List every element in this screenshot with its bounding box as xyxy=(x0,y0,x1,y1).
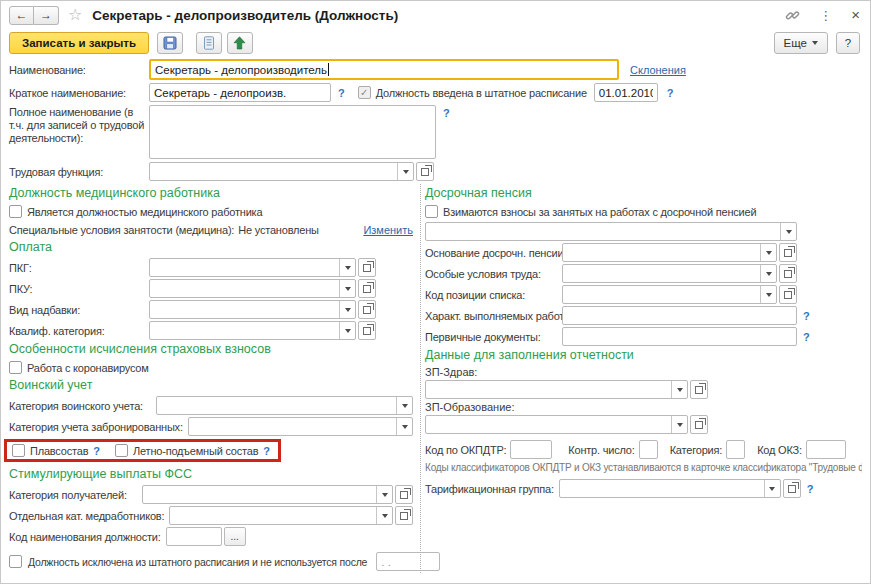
section-fss-title: Стимулирующие выплаты ФСС xyxy=(9,467,413,482)
tariff-group-combo[interactable] xyxy=(559,479,781,498)
okpdtr-input[interactable] xyxy=(510,440,552,459)
flight-staff-help-icon[interactable]: ? xyxy=(263,445,270,457)
dropdown-arrow-icon[interactable] xyxy=(760,244,776,261)
dropdown-arrow-icon[interactable] xyxy=(671,381,687,398)
dropdown-arrow-icon[interactable] xyxy=(396,418,412,435)
short-name-help-icon[interactable]: ? xyxy=(338,87,345,99)
special-labor-combo[interactable] xyxy=(562,264,777,283)
category-input[interactable] xyxy=(726,440,745,459)
recipients-combo[interactable] xyxy=(142,485,393,504)
work-nature-help-icon[interactable]: ? xyxy=(803,310,810,322)
excluded-checkbox[interactable] xyxy=(9,555,22,568)
okz-input[interactable] xyxy=(806,440,846,459)
primary-docs-input[interactable] xyxy=(562,327,797,346)
favorite-star-icon[interactable]: ☆ xyxy=(68,7,82,23)
pension-basis-combo[interactable] xyxy=(562,243,777,262)
dropdown-arrow-icon[interactable] xyxy=(376,507,392,524)
dropdown-arrow-icon[interactable] xyxy=(780,223,796,240)
back-button[interactable]: ← xyxy=(9,6,34,25)
full-name-textarea[interactable] xyxy=(149,105,436,159)
declension-link[interactable]: Склонения xyxy=(630,64,686,76)
pkg-combo[interactable] xyxy=(149,258,356,277)
dropdown-arrow-icon[interactable] xyxy=(339,322,355,339)
position-code-select-button[interactable]: ... xyxy=(224,527,246,546)
get-link-icon[interactable] xyxy=(785,8,800,23)
reserved-category-label: Категория учета забронированных: xyxy=(9,421,183,433)
full-name-row: Полное наименование (в т.ч. для записей … xyxy=(9,105,862,159)
covid-checkbox[interactable] xyxy=(9,361,22,374)
highlight-red-box: Плавсостав ? Летно-подъемный состав ? xyxy=(4,439,281,462)
save-and-close-button[interactable]: Записать и закрыть xyxy=(9,32,149,54)
labor-function-combo[interactable] xyxy=(149,162,414,181)
military-category-combo[interactable] xyxy=(156,396,413,415)
dropdown-arrow-icon[interactable] xyxy=(376,486,392,503)
qual-category-open-button[interactable] xyxy=(358,321,376,340)
pension-contrib-row: Взимаются взносы за занятых на работах с… xyxy=(425,204,862,219)
dropdown-arrow-icon[interactable] xyxy=(339,301,355,318)
zp-obrazovanie-open-button[interactable] xyxy=(690,415,708,434)
recipients-open-button[interactable] xyxy=(395,485,413,504)
medworkers-open-button[interactable] xyxy=(395,506,413,525)
pku-open-button[interactable] xyxy=(358,279,376,298)
pension-basis-open-button[interactable] xyxy=(779,243,797,262)
change-link[interactable]: Изменить xyxy=(363,224,413,236)
short-name-input[interactable] xyxy=(149,83,331,102)
okz-label: Код ОКЗ: xyxy=(757,444,802,456)
allowance-open-button[interactable] xyxy=(358,300,376,319)
float-staff-checkbox[interactable] xyxy=(12,444,25,457)
allowance-combo[interactable] xyxy=(149,300,356,319)
is-medical-checkbox[interactable] xyxy=(9,205,22,218)
flight-staff-checkbox[interactable] xyxy=(115,444,128,457)
list-code-combo[interactable] xyxy=(562,285,777,304)
save-button[interactable] xyxy=(157,32,183,54)
pension-contrib-checkbox[interactable] xyxy=(425,205,438,218)
pension-wide-combo[interactable] xyxy=(425,222,797,241)
medworkers-combo[interactable] xyxy=(169,506,393,525)
pkg-open-button[interactable] xyxy=(358,258,376,277)
form-columns: Должность медицинского работника Являетс… xyxy=(9,184,862,573)
reserved-category-combo[interactable] xyxy=(188,417,413,436)
zp-obrazovanie-combo[interactable] xyxy=(425,415,688,434)
zp-zdrav-open-button[interactable] xyxy=(690,380,708,399)
open-icon xyxy=(788,485,796,493)
full-name-help-icon[interactable]: ? xyxy=(443,107,450,119)
allowance-label: Вид надбавки: xyxy=(9,304,149,316)
qual-category-label: Квалиф. категория: xyxy=(9,325,149,337)
list-code-open-button[interactable] xyxy=(779,285,797,304)
close-icon[interactable]: × xyxy=(851,8,860,22)
dropdown-arrow-icon[interactable] xyxy=(760,265,776,282)
staffing-checkbox[interactable] xyxy=(358,86,371,99)
pku-combo[interactable] xyxy=(149,279,356,298)
labor-function-open-button[interactable] xyxy=(416,162,434,181)
special-labor-row: Особые условия труда: xyxy=(425,264,862,283)
dropdown-arrow-icon[interactable] xyxy=(339,259,355,276)
qual-category-combo[interactable] xyxy=(149,321,356,340)
name-input[interactable]: Секретарь - делопроизводитель xyxy=(149,59,619,80)
position-code-input[interactable] xyxy=(166,527,222,546)
more-button[interactable]: Еще xyxy=(774,32,828,54)
dropdown-arrow-icon[interactable] xyxy=(397,163,413,180)
menu-kebab-icon[interactable]: ⋮ xyxy=(819,8,832,23)
float-staff-label: Плавсостав xyxy=(30,445,88,457)
float-staff-help-icon[interactable]: ? xyxy=(93,445,100,457)
zp-zdrav-combo[interactable] xyxy=(425,380,688,399)
control-number-input[interactable] xyxy=(639,440,658,459)
details-card-button[interactable] xyxy=(196,32,222,54)
forward-button[interactable]: → xyxy=(34,6,59,25)
dropdown-arrow-icon[interactable] xyxy=(396,397,412,414)
staffing-help-icon[interactable]: ? xyxy=(667,87,674,99)
staffing-date-input[interactable] xyxy=(594,83,658,102)
dropdown-arrow-icon[interactable] xyxy=(764,480,780,497)
dropdown-arrow-icon[interactable] xyxy=(760,286,776,303)
load-update-button[interactable] xyxy=(227,32,253,54)
open-icon xyxy=(363,285,371,293)
tariff-group-open-button[interactable] xyxy=(783,479,801,498)
dropdown-arrow-icon[interactable] xyxy=(339,280,355,297)
help-button[interactable]: ? xyxy=(836,32,860,54)
special-labor-open-button[interactable] xyxy=(779,264,797,283)
work-nature-input[interactable] xyxy=(562,306,797,325)
tariff-group-help-icon[interactable]: ? xyxy=(807,483,814,495)
dropdown-arrow-icon[interactable] xyxy=(671,416,687,433)
labor-function-row: Трудовая функция: xyxy=(9,162,862,181)
primary-docs-help-icon[interactable]: ? xyxy=(803,331,810,343)
